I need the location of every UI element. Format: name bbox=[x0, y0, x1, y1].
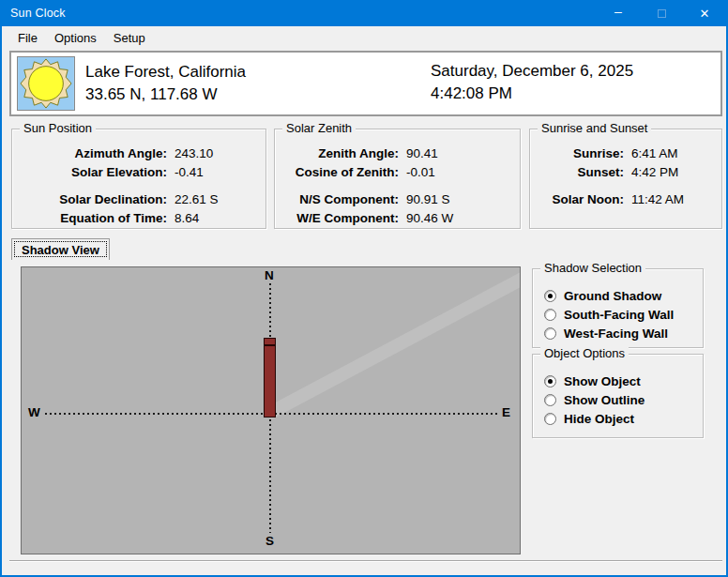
radio-show-object[interactable]: Show Object bbox=[544, 372, 645, 390]
tab-shadow-view-label: Shadow View bbox=[22, 243, 99, 257]
radio-button-icon bbox=[544, 309, 556, 321]
shadow-selection-radios: Ground Shadow South-Facing Wall West-Fac… bbox=[544, 286, 674, 342]
caption-buttons: – ✕ bbox=[597, 0, 726, 26]
stat-label: Solar Declination: bbox=[12, 190, 167, 209]
group-sun-position: Sun Position Azimuth Angle: 243.10 Solar… bbox=[11, 129, 266, 229]
group-title-sunrise-sunset: Sunrise and Sunset bbox=[538, 121, 651, 135]
group-shadow-selection: Shadow Selection Ground Shadow South-Fac… bbox=[532, 268, 704, 348]
header-panel: Lake Forest, California 33.65 N, 117.68 … bbox=[9, 51, 722, 116]
stat-row: Equation of Time: 8.64 bbox=[12, 209, 265, 228]
radio-button-icon bbox=[544, 375, 556, 387]
stat-value: 4:42 PM bbox=[631, 163, 678, 182]
titlebar: Sun Clock – ✕ bbox=[2, 0, 726, 26]
current-time: 4:42:08 PM bbox=[431, 83, 633, 105]
stat-value: 6:41 AM bbox=[631, 144, 678, 163]
menu-setup[interactable]: Setup bbox=[105, 28, 154, 48]
radio-south-facing-wall[interactable]: South-Facing Wall bbox=[544, 305, 674, 324]
window-title: Sun Clock bbox=[2, 7, 66, 20]
sun-clock-window: Sun Clock – ✕ File Options Setup bbox=[0, 0, 728, 577]
radio-button-icon bbox=[544, 394, 556, 406]
ground-shadow bbox=[265, 268, 521, 419]
stat-row: Sunrise: 6:41 AM bbox=[530, 144, 721, 163]
stat-row: Solar Declination: 22.61 S bbox=[12, 190, 265, 209]
maximize-button bbox=[640, 0, 683, 26]
shadow-view-canvas[interactable]: N S W E bbox=[21, 266, 521, 554]
stat-row: Solar Elevation: -0.41 bbox=[12, 163, 265, 182]
radio-hide-object[interactable]: Hide Object bbox=[544, 409, 645, 428]
group-title-shadow-selection: Shadow Selection bbox=[540, 261, 645, 275]
radio-label: West-Facing Wall bbox=[564, 326, 668, 341]
stat-value: -0.01 bbox=[406, 163, 435, 182]
group-solar-zenith: Solar Zenith Zenith Angle: 90.41 Cosine … bbox=[274, 129, 521, 229]
current-date: Saturday, December 6, 2025 bbox=[431, 60, 633, 83]
compass-north-label: N bbox=[265, 268, 274, 282]
sunrise-sunset-rows: Sunrise: 6:41 AM Sunset: 4:42 PM Solar N… bbox=[530, 144, 721, 209]
location-coordinates: 33.65 N, 117.68 W bbox=[85, 84, 246, 106]
stat-label: Sunrise: bbox=[530, 144, 624, 163]
group-title-object-options: Object Options bbox=[540, 346, 629, 360]
stat-value: 90.41 bbox=[406, 144, 438, 163]
radio-button-icon bbox=[544, 327, 556, 340]
menu-options[interactable]: Options bbox=[46, 28, 105, 48]
object-options-radios: Show Object Show Outline Hide Object bbox=[544, 372, 645, 428]
tab-shadow-view[interactable]: Shadow View bbox=[11, 238, 110, 260]
radio-label: South-Facing Wall bbox=[564, 308, 674, 322]
stat-label: N/S Component: bbox=[275, 190, 399, 209]
group-title-solar-zenith: Solar Zenith bbox=[282, 121, 356, 135]
radio-show-outline[interactable]: Show Outline bbox=[544, 390, 645, 409]
stat-label: Zenith Angle: bbox=[275, 144, 399, 163]
radio-ground-shadow[interactable]: Ground Shadow bbox=[544, 286, 674, 305]
stat-label: Cosine of Zenith: bbox=[275, 163, 399, 182]
shadow-object-cap bbox=[265, 344, 275, 346]
group-sunrise-sunset: Sunrise and Sunset Sunrise: 6:41 AM Suns… bbox=[529, 129, 722, 229]
radio-label: Ground Shadow bbox=[564, 289, 661, 303]
radio-button-icon bbox=[544, 290, 556, 302]
radio-label: Hide Object bbox=[564, 412, 634, 426]
stat-row: W/E Component: 90.46 W bbox=[275, 209, 520, 228]
location-block: Lake Forest, California 33.65 N, 117.68 … bbox=[85, 61, 246, 106]
stat-label: Solar Elevation: bbox=[12, 163, 167, 182]
compass-west-label: W bbox=[28, 405, 40, 419]
group-object-options: Object Options Show Object Show Outline … bbox=[532, 354, 704, 438]
compass-east-label: E bbox=[502, 405, 510, 419]
solar-zenith-rows: Zenith Angle: 90.41 Cosine of Zenith: -0… bbox=[275, 144, 520, 228]
stat-value: 11:42 AM bbox=[631, 190, 684, 209]
datetime-block: Saturday, December 6, 2025 4:42:08 PM bbox=[431, 60, 633, 105]
minimize-button[interactable]: – bbox=[597, 0, 640, 26]
sun-icon bbox=[17, 56, 75, 111]
minimize-icon: – bbox=[614, 4, 622, 19]
radio-button-icon bbox=[544, 413, 556, 425]
stat-value: 243.10 bbox=[174, 144, 213, 163]
radio-label: Show Outline bbox=[564, 393, 645, 407]
location-name: Lake Forest, California bbox=[85, 61, 246, 84]
stat-row: Sunset: 4:42 PM bbox=[530, 163, 721, 182]
stat-row: Solar Noon: 11:42 AM bbox=[530, 190, 721, 209]
stat-label: Sunset: bbox=[530, 163, 624, 182]
close-button[interactable]: ✕ bbox=[683, 0, 726, 26]
radio-west-facing-wall[interactable]: West-Facing Wall bbox=[544, 324, 674, 342]
stat-label: Azimuth Angle: bbox=[12, 144, 167, 163]
sun-position-rows: Azimuth Angle: 243.10 Solar Elevation: -… bbox=[12, 144, 265, 228]
stat-value: 90.91 S bbox=[406, 190, 450, 209]
stat-label: Equation of Time: bbox=[12, 209, 167, 228]
stat-value: 8.64 bbox=[174, 209, 199, 228]
group-title-sun-position: Sun Position bbox=[20, 121, 96, 135]
stat-value: 90.46 W bbox=[406, 209, 453, 228]
stat-label: W/E Component: bbox=[275, 209, 399, 228]
compass-south-label: S bbox=[265, 534, 274, 548]
stat-row: Cosine of Zenith: -0.01 bbox=[275, 163, 520, 182]
stat-row: N/S Component: 90.91 S bbox=[275, 190, 520, 209]
radio-label: Show Object bbox=[564, 374, 641, 388]
menubar: File Options Setup bbox=[2, 26, 726, 49]
stat-row: Azimuth Angle: 243.10 bbox=[12, 144, 265, 163]
close-icon: ✕ bbox=[700, 7, 710, 21]
maximize-icon bbox=[658, 9, 666, 18]
shadow-object bbox=[264, 338, 276, 418]
menu-file[interactable]: File bbox=[9, 28, 46, 48]
stat-label: Solar Noon: bbox=[530, 190, 624, 209]
tab-pane-bottom-edge bbox=[9, 560, 722, 562]
stat-value: 22.61 S bbox=[174, 190, 219, 209]
stat-row: Zenith Angle: 90.41 bbox=[275, 144, 520, 163]
stat-value: -0.41 bbox=[174, 163, 204, 182]
